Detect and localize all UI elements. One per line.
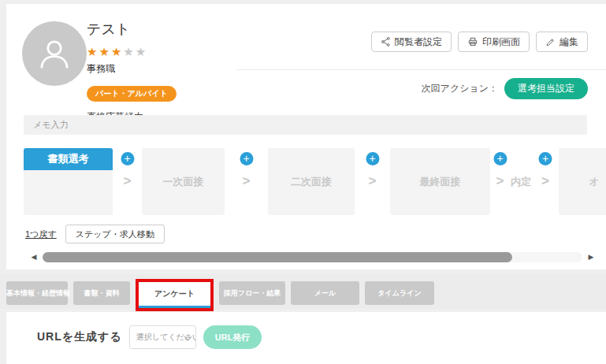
candidate-detail-page: テスト ★★★★★ 事務職 パート・アルバイト 直接応募経由 閲覧者設定	[0, 0, 606, 364]
flow-step-label: 二次面接	[291, 175, 332, 189]
edit-button[interactable]: 編集	[536, 32, 588, 52]
flow-step-label: 一次面接	[163, 175, 204, 189]
rating-stars: ★★★★★	[87, 46, 177, 58]
flow-step[interactable]: オ	[559, 148, 606, 215]
viewer-settings-button[interactable]: 閲覧者設定	[371, 32, 452, 52]
edit-label: 編集	[560, 35, 578, 49]
job-category: 事務職	[87, 62, 177, 76]
header-divider	[236, 69, 606, 70]
person-icon	[36, 35, 72, 72]
flow-step-label: 最終面接	[420, 175, 461, 189]
horizontal-scrollbar: ◀ ▶	[28, 251, 597, 263]
chevron-right-icon: >	[243, 174, 251, 188]
flow-step-label: 内定	[511, 175, 531, 189]
flow-step-label: オ	[589, 175, 599, 189]
tab-hiring-flow-result[interactable]: 採用フロー・結果	[219, 281, 285, 305]
employment-type-badge: パート・アルバイト	[87, 86, 177, 102]
url-generate-label: URLを生成する	[37, 330, 122, 344]
star-icon: ★	[136, 45, 147, 58]
flow-connector: + >	[225, 148, 268, 215]
flow-connector: + >	[532, 148, 559, 215]
flow-step[interactable]: 一次面接	[142, 148, 225, 215]
chevron-right-icon: >	[496, 174, 504, 188]
scrollbar-thumb[interactable]	[43, 252, 512, 262]
print-screen-label: 印刷画面	[482, 35, 520, 49]
chevron-right-icon: >	[541, 174, 549, 188]
memo-input[interactable]: メモ入力	[24, 115, 587, 135]
pencil-icon	[545, 37, 556, 47]
tab-documents[interactable]: 書類・資料	[73, 281, 130, 305]
url-issue-button[interactable]: URL発行	[203, 325, 262, 349]
header-action-buttons: 閲覧者設定 印刷画面 編集	[371, 32, 588, 52]
profile-summary: テスト ★★★★★ 事務職 パート・アルバイト 直接応募経由	[87, 20, 177, 124]
scrollbar-track[interactable]	[43, 252, 582, 262]
tab-mail[interactable]: メール	[291, 281, 359, 305]
next-action-label: 次回アクション：	[422, 82, 498, 95]
share-icon	[381, 36, 391, 47]
star-icon: ★	[111, 45, 123, 58]
selection-flow: 書類選考 + > 一次面接 + > 二次面接 + > 最終面接	[24, 148, 606, 215]
flow-step[interactable]: 二次面接	[268, 148, 355, 215]
chevron-right-icon: >	[124, 174, 132, 188]
tab-timeline[interactable]: タイムライン	[365, 281, 434, 305]
red-highlight-box: アンケート	[136, 279, 214, 311]
scroll-left-icon[interactable]: ◀	[28, 253, 39, 261]
plus-icon[interactable]: +	[539, 152, 552, 165]
url-type-select[interactable]: 選択してください	[129, 325, 196, 349]
printer-icon	[467, 36, 478, 47]
print-screen-button[interactable]: 印刷画面	[458, 32, 530, 52]
next-action-button[interactable]: 選考担当設定	[504, 78, 588, 99]
flow-connector: + >	[355, 148, 390, 215]
plus-icon[interactable]: +	[240, 152, 253, 165]
flow-step-current[interactable]: 書類選考	[24, 148, 113, 215]
star-icon: ★	[87, 45, 99, 58]
candidate-name: テスト	[87, 20, 177, 39]
tab-basic-info[interactable]: 基本情報・経歴情報	[6, 281, 68, 305]
next-action-row: 次回アクション： 選考担当設定	[422, 78, 588, 99]
flow-step[interactable]: 最終面接	[390, 148, 490, 215]
viewer-settings-label: 閲覧者設定	[395, 35, 442, 49]
move-step-button[interactable]: ステップ・求人移動	[65, 225, 165, 243]
chevron-right-icon: >	[369, 174, 377, 188]
plus-icon[interactable]: +	[121, 152, 134, 165]
tab-survey[interactable]: アンケート	[139, 282, 210, 308]
candidate-panel: テスト ★★★★★ 事務職 パート・アルバイト 直接応募経由 閲覧者設定	[6, 4, 606, 269]
scroll-right-icon[interactable]: ▶	[586, 253, 597, 261]
star-icon: ★	[123, 45, 135, 58]
flow-step[interactable]: 内定	[510, 148, 532, 215]
plus-icon[interactable]: +	[493, 152, 507, 165]
flow-actions: 1つ戻す ステップ・求人移動	[25, 225, 165, 243]
star-icon: ★	[99, 45, 110, 58]
avatar	[22, 21, 87, 86]
flow-connector: + >	[490, 148, 510, 215]
url-generator-panel: URLを生成する 選択してください URL発行	[6, 312, 606, 364]
detail-tabbar: 基本情報・経歴情報 書類・資料 アンケート 採用フロー・結果 メール タイムライ…	[0, 274, 606, 309]
undo-step-link[interactable]: 1つ戻す	[25, 228, 57, 240]
flow-connector: + >	[113, 148, 142, 215]
plus-icon[interactable]: +	[366, 152, 379, 165]
flow-step-label: 書類選考	[24, 148, 113, 170]
